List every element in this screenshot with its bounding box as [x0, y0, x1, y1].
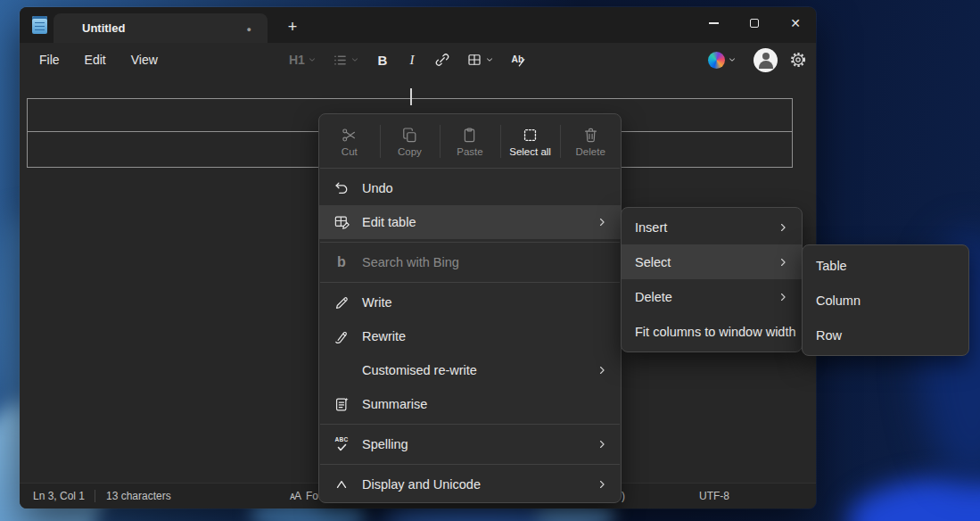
- titlebar[interactable]: Untitled ● + ✕: [20, 7, 816, 43]
- no-icon-spacer: [333, 361, 350, 379]
- chevron-down-icon: [485, 55, 494, 64]
- menu-item-write[interactable]: Write: [319, 285, 621, 319]
- tab-title: Untitled: [82, 21, 125, 35]
- select-all-button[interactable]: Select all: [500, 118, 561, 165]
- chevron-right-icon: [596, 438, 608, 451]
- copy-button[interactable]: Copy: [380, 118, 441, 165]
- encoding-status[interactable]: UTF-8: [699, 490, 729, 502]
- maximize-icon: [750, 19, 759, 28]
- menu-item-label: Search with Bing: [362, 255, 608, 269]
- undo-icon: [333, 179, 350, 197]
- submenu-item-fit-columns[interactable]: Fit columns to window width: [622, 314, 802, 349]
- menu-item-rewrite[interactable]: Rewrite: [319, 319, 621, 353]
- link-icon: [434, 52, 450, 68]
- submenu-item-table[interactable]: Table: [803, 248, 968, 283]
- chevron-right-icon: [777, 291, 789, 303]
- submenu-item-column[interactable]: Column: [803, 283, 968, 318]
- menu-item-spelling[interactable]: ABC Spelling: [319, 427, 621, 461]
- cut-button[interactable]: Cut: [319, 118, 380, 165]
- formatting-status[interactable]: ᴀA Fo: [290, 490, 318, 502]
- menu-item-search-with-bing: b Search with Bing: [319, 245, 621, 279]
- status-divider: [95, 490, 95, 502]
- paste-button[interactable]: Paste: [440, 118, 500, 165]
- menu-item-label: Spelling: [362, 437, 589, 451]
- menu-view[interactable]: View: [119, 47, 170, 72]
- menu-separator: [320, 168, 620, 169]
- submenu-item-row[interactable]: Row: [803, 318, 968, 352]
- context-menu: Cut Copy Paste Select all Delete Undo: [318, 113, 622, 503]
- submenu-item-label: Insert: [635, 220, 770, 235]
- select-all-icon: [522, 127, 539, 144]
- menu-item-label: Customised re-write: [362, 363, 589, 377]
- heading-label: H1: [289, 53, 305, 67]
- formatting-toolbar: H1 B I Ab: [284, 43, 532, 77]
- bold-icon: B: [375, 53, 390, 68]
- submenu-item-label: Row: [816, 328, 956, 343]
- bold-button[interactable]: B: [370, 46, 395, 73]
- chevron-down-icon: [308, 55, 317, 64]
- link-button[interactable]: [429, 46, 456, 73]
- line-ending-status: ): [622, 490, 625, 502]
- document-tab[interactable]: Untitled ●: [54, 13, 268, 43]
- chevron-right-icon: [777, 256, 789, 269]
- submenu-item-label: Column: [816, 294, 956, 308]
- cursor-position-status: Ln 3, Col 1: [33, 490, 85, 502]
- menu-item-display-and-unicode[interactable]: Display and Unicode: [319, 467, 621, 501]
- account-settings-group: [703, 43, 807, 77]
- bullet-list-icon: [333, 53, 348, 68]
- delete-button[interactable]: Delete: [560, 118, 621, 165]
- paste-label: Paste: [457, 146, 482, 157]
- formatting-aA-icon: ᴀA: [290, 490, 301, 502]
- menu-item-customised-rewrite[interactable]: Customised re-write: [319, 353, 621, 387]
- chevron-right-icon: [596, 364, 608, 376]
- delete-icon: [582, 127, 599, 144]
- menu-item-undo[interactable]: Undo: [319, 171, 621, 205]
- minimize-icon: [709, 22, 719, 23]
- close-button[interactable]: ✕: [775, 7, 816, 39]
- notepad-app-icon: [32, 16, 47, 34]
- menu-item-label: Display and Unicode: [362, 477, 589, 492]
- menu-item-label: Rewrite: [362, 329, 608, 343]
- italic-button[interactable]: I: [400, 46, 424, 73]
- edit-table-submenu: Insert Select Delete Fit columns to wind…: [621, 207, 803, 352]
- menu-item-label: Edit table: [362, 215, 589, 229]
- menu-separator: [320, 242, 620, 243]
- submenu-item-label: Table: [816, 259, 956, 273]
- chevron-right-icon: [596, 478, 608, 491]
- list-dropdown[interactable]: [327, 46, 365, 73]
- menu-edit[interactable]: Edit: [72, 47, 119, 72]
- maximize-button[interactable]: [734, 7, 775, 39]
- context-menu-icon-row: Cut Copy Paste Select all Delete: [319, 114, 621, 165]
- menu-separator: [320, 464, 620, 465]
- menu-file[interactable]: File: [27, 47, 72, 72]
- chevron-right-icon: [596, 216, 608, 228]
- clear-formatting-button[interactable]: Ab: [505, 46, 532, 73]
- account-avatar[interactable]: [754, 48, 778, 72]
- unsaved-indicator-dot: ●: [247, 25, 251, 34]
- heading-dropdown[interactable]: H1: [284, 46, 322, 73]
- cut-icon: [341, 127, 358, 144]
- paste-icon: [461, 127, 478, 144]
- edit-table-icon: [333, 213, 350, 231]
- submenu-item-label: Fit columns to window width: [635, 325, 796, 339]
- submenu-item-delete[interactable]: Delete: [622, 279, 802, 314]
- chevron-down-icon: [350, 55, 359, 64]
- select-submenu: Table Column Row: [802, 244, 969, 356]
- table-dropdown[interactable]: [461, 46, 499, 73]
- new-tab-button[interactable]: +: [280, 16, 305, 39]
- delete-label: Delete: [576, 146, 605, 157]
- copilot-dropdown[interactable]: [703, 46, 742, 73]
- menu-item-edit-table[interactable]: Edit table: [319, 205, 621, 239]
- chevron-down-icon: [728, 55, 737, 64]
- submenu-item-insert[interactable]: Insert: [622, 210, 802, 244]
- menu-item-summarise[interactable]: Summarise: [319, 387, 621, 421]
- text-caret: [410, 88, 412, 105]
- menu-item-label: Write: [362, 295, 608, 310]
- formatting-status-label: Fo: [306, 490, 318, 502]
- minimize-button[interactable]: [693, 7, 734, 39]
- desktop: Untitled ● + ✕ File Edit View H1: [0, 0, 980, 521]
- menu-item-label: Summarise: [362, 397, 608, 411]
- settings-gear-icon[interactable]: [789, 51, 807, 69]
- submenu-item-select[interactable]: Select: [622, 244, 802, 279]
- menu-toolbar-bar: File Edit View H1 B I: [20, 43, 816, 77]
